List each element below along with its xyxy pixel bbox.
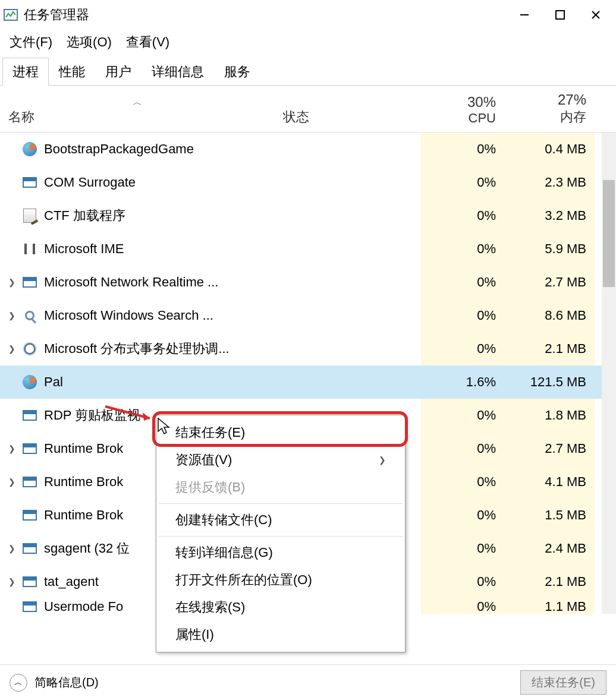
submenu-arrow-icon: ❯ <box>379 455 386 465</box>
process-name: Pal <box>44 374 63 390</box>
process-name: RDP 剪贴板监视 <box>44 406 140 424</box>
context-item-label: 提供反馈(B) <box>175 478 245 496</box>
process-memory: 121.5 MB <box>504 365 595 399</box>
column-status[interactable]: 状态 <box>275 102 421 132</box>
column-cpu[interactable]: 30% CPU <box>421 88 504 132</box>
process-icon <box>21 440 38 457</box>
tab-3[interactable]: 详细信息 <box>142 58 214 86</box>
process-cpu: 0% <box>421 166 504 199</box>
process-name: sgagent (32 位 <box>44 540 130 557</box>
process-memory: 2.1 MB <box>504 565 595 598</box>
minimize-button[interactable] <box>507 3 542 27</box>
process-name-cell: ❯Microsoft Network Realtime ... <box>0 274 275 291</box>
context-separator <box>159 536 403 537</box>
scrollbar[interactable] <box>602 133 616 614</box>
process-name: Runtime Brok <box>44 474 123 490</box>
process-icon <box>21 540 38 557</box>
process-name-cell: CTF 加载程序 <box>0 207 275 225</box>
process-memory: 2.1 MB <box>504 332 595 365</box>
context-item-1[interactable]: 资源值(V)❯ <box>156 446 405 474</box>
process-memory: 8.6 MB <box>504 299 595 332</box>
process-name-cell: BootstrapPackagedGame <box>0 141 275 157</box>
process-row[interactable]: ❯Microsoft Network Realtime ...0%2.7 MB <box>0 266 616 299</box>
process-row[interactable]: BootstrapPackagedGame0%0.4 MB <box>0 133 616 166</box>
column-headers: ︿ 名称 状态 30% CPU 27% 内存 <box>0 86 616 133</box>
process-name-cell: Microsoft IME <box>0 241 275 257</box>
expand-icon[interactable]: ❯ <box>2 311 21 320</box>
process-memory: 4.1 MB <box>504 465 595 499</box>
process-cpu: 0% <box>421 465 504 499</box>
window-title: 任务管理器 <box>24 6 89 24</box>
process-cpu: 1.6% <box>421 365 504 399</box>
process-row[interactable]: Pal1.6%121.5 MB <box>0 365 616 399</box>
process-row[interactable]: CTF 加载程序0%3.2 MB <box>0 199 616 232</box>
fewer-details-chevron-icon[interactable]: ︿ <box>10 674 27 692</box>
process-row[interactable]: Microsoft IME0%5.9 MB <box>0 232 616 266</box>
process-icon <box>21 141 38 157</box>
scrollbar-thumb[interactable] <box>603 180 615 287</box>
process-row[interactable]: COM Surrogate0%2.3 MB <box>0 166 616 199</box>
process-memory: 2.7 MB <box>504 266 595 299</box>
process-name: Runtime Brok <box>44 441 123 456</box>
process-name: Microsoft Windows Search ... <box>44 308 213 323</box>
process-icon <box>21 573 38 590</box>
process-memory: 3.2 MB <box>504 199 595 232</box>
tab-0[interactable]: 进程 <box>2 58 49 86</box>
process-name: Runtime Brok <box>44 507 123 523</box>
context-item-2: 提供反馈(B) <box>156 474 405 501</box>
end-task-button[interactable]: 结束任务(E) <box>520 670 606 695</box>
process-icon <box>21 407 38 424</box>
close-button[interactable] <box>578 3 614 27</box>
tab-4[interactable]: 服务 <box>214 58 260 86</box>
fewer-details-label[interactable]: 简略信息(D) <box>34 674 99 690</box>
menu-options[interactable]: 选项(O) <box>67 33 112 51</box>
process-name-cell: ❯Microsoft 分布式事务处理协调... <box>0 340 275 358</box>
menu-file[interactable]: 文件(F) <box>10 33 52 51</box>
expand-icon[interactable]: ❯ <box>2 477 21 487</box>
process-memory: 1.5 MB <box>504 499 595 532</box>
process-icon <box>21 474 38 490</box>
sort-indicator-icon: ︿ <box>8 96 266 108</box>
app-icon <box>2 7 19 23</box>
process-name: Microsoft 分布式事务处理协调... <box>44 340 230 358</box>
process-cpu: 0% <box>421 499 504 532</box>
process-icon <box>21 174 38 191</box>
context-item-label: 打开文件所在的位置(O) <box>175 571 312 589</box>
process-cpu: 0% <box>421 133 504 166</box>
column-name[interactable]: ︿ 名称 <box>0 90 275 132</box>
process-cpu: 0% <box>421 532 504 565</box>
maximize-button[interactable] <box>542 3 578 27</box>
context-item-8[interactable]: 在线搜索(S) <box>156 594 405 621</box>
process-cpu: 0% <box>421 598 504 614</box>
context-item-0[interactable]: 结束任务(E) <box>156 419 405 446</box>
process-name: Usermode Fo <box>44 599 123 614</box>
process-icon <box>21 598 38 614</box>
column-memory[interactable]: 27% 内存 <box>504 86 595 132</box>
expand-icon[interactable]: ❯ <box>2 544 21 553</box>
process-cpu: 0% <box>421 266 504 299</box>
expand-icon[interactable]: ❯ <box>2 444 21 453</box>
context-item-label: 在线搜索(S) <box>175 598 245 616</box>
context-separator <box>159 503 403 504</box>
tab-1[interactable]: 性能 <box>49 58 95 86</box>
expand-icon[interactable]: ❯ <box>2 577 21 587</box>
process-cpu: 0% <box>421 299 504 332</box>
process-name: COM Surrogate <box>44 175 136 190</box>
process-icon <box>21 507 38 524</box>
context-item-4[interactable]: 创建转储文件(C) <box>156 506 405 534</box>
process-name: Microsoft Network Realtime ... <box>44 275 218 290</box>
expand-icon[interactable]: ❯ <box>2 278 21 287</box>
process-icon <box>21 374 38 390</box>
context-item-9[interactable]: 属性(I) <box>156 621 405 648</box>
process-row[interactable]: ❯Microsoft Windows Search ...0%8.6 MB <box>0 299 616 332</box>
context-item-6[interactable]: 转到详细信息(G) <box>156 539 405 566</box>
tab-2[interactable]: 用户 <box>95 58 142 86</box>
expand-icon[interactable]: ❯ <box>2 344 21 354</box>
process-row[interactable]: ❯Microsoft 分布式事务处理协调...0%2.1 MB <box>0 332 616 365</box>
tabs: 进程性能用户详细信息服务 <box>0 57 616 86</box>
process-cpu: 0% <box>421 199 504 232</box>
process-cpu: 0% <box>421 399 504 432</box>
context-item-7[interactable]: 打开文件所在的位置(O) <box>156 566 405 594</box>
context-item-label: 创建转储文件(C) <box>175 511 272 529</box>
menu-view[interactable]: 查看(V) <box>126 33 169 51</box>
